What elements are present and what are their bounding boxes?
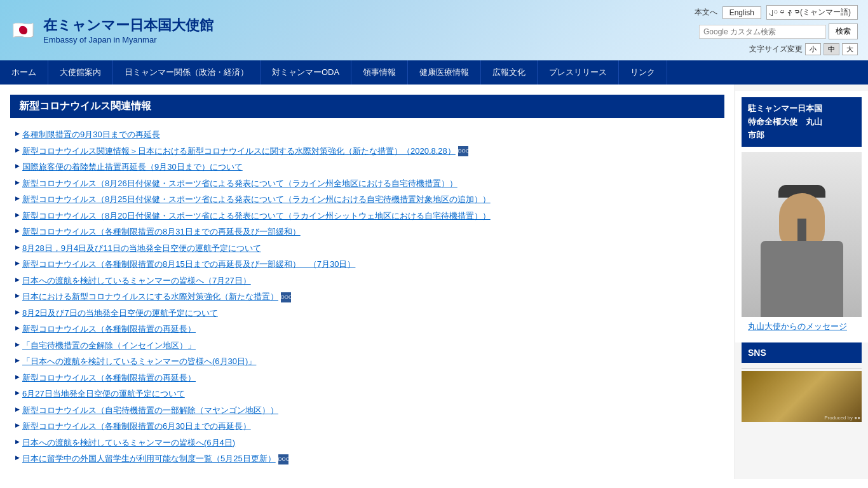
list-item: 新型コロナウイルス（各種制限措置の8月31日までの再延長及び一部緩和）	[15, 226, 719, 238]
sns-thumbnail-watermark: Produced by ●●	[823, 414, 862, 422]
site-title: 在ミャンマー日本国大使館 Embassy of Japan in Myanmar	[43, 16, 214, 44]
nav-item-------[interactable]: 健康医療情報	[408, 60, 481, 85]
article-link-17[interactable]: 新型コロナウイルス（自宅待機措置の一部解除（マヤンゴン地区））	[22, 404, 278, 417]
nav-item----[interactable]: リンク	[619, 60, 667, 85]
header-left: 🇯🇵 在ミャンマー日本国大使館 Embassy of Japan in Myan…	[10, 16, 214, 44]
list-item: 新型コロナウイルス（各種制限措置の再延長）	[15, 323, 719, 336]
article-link-2[interactable]: 国際旅客便の着陸禁止措置再延長（9月30日まで）について	[22, 161, 243, 173]
myanmar-language-button[interactable]: ျမန္မာ(ミャンマー語)	[766, 5, 858, 20]
article-link-5[interactable]: 新型コロナウイルス（8月20日付保健・スポーツ省による発表について（ラカイン州シ…	[22, 210, 491, 222]
header-right: 本文へ English ျမန္မာ(ミャンマー語) 検索 文字サイズ変更 小 …	[695, 5, 858, 55]
list-item: 新型コロナウイルス（8月25日付保健・スポーツ省による発表について（ラカイン州に…	[15, 193, 719, 206]
list-item: 8月2日及び7日の当地発全日空便の運航予定について	[15, 307, 719, 320]
nav-item--------[interactable]: プレスリリース	[538, 60, 619, 85]
document-icon: DOC	[458, 146, 468, 156]
search-button[interactable]: 検索	[829, 24, 858, 39]
list-item: 新型コロナウイルス（各種制限措置の再延長）	[15, 372, 719, 384]
list-item: 日本への渡航を検討しているミャンマーの皆様へ(6月4日)	[15, 437, 719, 449]
portrait-suit	[761, 241, 843, 317]
sns-thumbnail: Produced by ●●	[742, 371, 862, 422]
article-link-20[interactable]: 日本に留学中の外国人留学生が利用可能な制度一覧（5月25日更新）DOC	[22, 452, 288, 465]
article-link-4[interactable]: 新型コロナウイルス（8月25日付保健・スポーツ省による発表について（ラカイン州に…	[22, 193, 491, 206]
ambassador-section: 駐ミャンマー日本国特命全権大使 丸山市郎 丸山大使からのメッセージ	[735, 91, 868, 342]
article-link-14[interactable]: 「日本への渡航を検討しているミャンマーの皆様へ(6月30日)」	[22, 355, 256, 368]
article-link-8[interactable]: 新型コロナウイルス（各種制限措置の8月15日までの再延長及び一部緩和） （7月3…	[22, 258, 355, 271]
article-link-7[interactable]: 8月28日，9月4日及び11日の当地発全日空便の運航予定について	[22, 242, 261, 255]
list-item: 新型コロナウイルス（各種制限措置の6月30日までの再延長）	[15, 420, 719, 433]
japan-flag-icon: 🇯🇵	[10, 18, 36, 43]
list-item: 日本への渡航を検討しているミャンマーの皆様へ（7月27日）	[15, 274, 719, 287]
links-list: 各種制限措置の9月30日までの再延長新型コロナウイルス関連情報＞日本における新型…	[10, 128, 724, 465]
font-size-large-button[interactable]: 大	[842, 43, 858, 55]
article-link-10[interactable]: 日本における新型コロナウイルスにする水際対策強化（新たな措置）DOC	[22, 290, 291, 303]
article-link-12[interactable]: 新型コロナウイルス（各種制限措置の再延長）	[22, 323, 196, 336]
ambassador-photo	[742, 152, 862, 317]
sidebar: 駐ミャンマー日本国特命全権大使 丸山市郎 丸山大使からのメッセージ SNS Pr…	[735, 85, 868, 479]
site-title-english: Embassy of Japan in Myanmar	[43, 35, 214, 44]
list-item: 新型コロナウイルス（各種制限措置の8月15日までの再延長及び一部緩和） （7月3…	[15, 258, 719, 271]
list-item: 8月28日，9月4日及び11日の当地発全日空便の運航予定について	[15, 242, 719, 255]
list-item: 日本における新型コロナウイルスにする水際対策強化（新たな措置）DOC	[15, 290, 719, 303]
sns-title: SNS	[742, 342, 862, 363]
list-item: 国際旅客便の着陸禁止措置再延長（9月30日まで）について	[15, 161, 719, 173]
article-link-11[interactable]: 8月2日及び7日の当地発全日空便の運航予定について	[22, 307, 218, 320]
search-row: 検索	[699, 24, 858, 39]
site-title-japanese: 在ミャンマー日本国大使館	[43, 16, 214, 35]
nav-item-----[interactable]: 領事情報	[351, 60, 408, 85]
content-area: 新型コロナウイルス関連情報 各種制限措置の9月30日までの再延長新型コロナウイル…	[0, 85, 735, 479]
nav-item----[interactable]: ホーム	[0, 60, 48, 85]
article-link-0[interactable]: 各種制限措置の9月30日までの再延長	[22, 128, 160, 141]
ambassador-title: 駐ミャンマー日本国特命全権大使 丸山市郎	[742, 97, 862, 147]
document-icon: DOC	[278, 454, 288, 464]
article-link-16[interactable]: 6月27日当地発全日空便の運航予定について	[22, 388, 185, 400]
article-link-19[interactable]: 日本への渡航を検討しているミャンマーの皆様へ(6月4日)	[22, 437, 235, 449]
english-language-button[interactable]: English	[722, 6, 761, 19]
sns-section: SNS Produced by ●●	[735, 342, 868, 422]
article-link-9[interactable]: 日本への渡航を検討しているミャンマーの皆様へ（7月27日）	[22, 274, 251, 287]
font-size-medium-button[interactable]: 中	[824, 43, 839, 55]
article-link-3[interactable]: 新型コロナウイルス（8月26日付保健・スポーツ省による発表について（ラカイン州全…	[22, 177, 458, 190]
main-navigation: ホーム大使館案内日ミャンマー関係（政治・経済）対ミャンマーODA領事情報健康医療…	[0, 60, 868, 85]
honbun-link[interactable]: 本文へ	[695, 7, 717, 18]
font-size-small-button[interactable]: 小	[805, 43, 821, 55]
header: 🇯🇵 在ミャンマー日本国大使館 Embassy of Japan in Myan…	[0, 0, 868, 60]
list-item: 新型コロナウイルス（8月20日付保健・スポーツ省による発表について（ラカイン州シ…	[15, 210, 719, 222]
nav-item-------ODA[interactable]: 対ミャンマーODA	[261, 60, 351, 85]
nav-item----------------[interactable]: 日ミャンマー関係（政治・経済）	[113, 60, 261, 85]
font-size-row: 文字サイズ変更 小 中 大	[749, 43, 858, 55]
font-size-label: 文字サイズ変更	[749, 44, 803, 55]
list-item: 各種制限措置の9月30日までの再延長	[15, 128, 719, 141]
article-link-15[interactable]: 新型コロナウイルス（各種制限措置の再延長）	[22, 372, 196, 384]
article-link-18[interactable]: 新型コロナウイルス（各種制限措置の6月30日までの再延長）	[22, 420, 251, 433]
nav-item-----[interactable]: 広報文化	[481, 60, 538, 85]
main-layout: 新型コロナウイルス関連情報 各種制限措置の9月30日までの再延長新型コロナウイル…	[0, 85, 868, 479]
section-title: 新型コロナウイルス関連情報	[10, 95, 724, 118]
list-item: 新型コロナウイルス（自宅待機措置の一部解除（マヤンゴン地区））	[15, 404, 719, 417]
nav-item------[interactable]: 大使館案内	[48, 60, 113, 85]
list-item: 「自宅待機措置の全解除（インセイン地区）」	[15, 339, 719, 352]
search-input[interactable]	[699, 25, 826, 39]
document-icon: DOC	[281, 292, 291, 302]
article-link-6[interactable]: 新型コロナウイルス（各種制限措置の8月31日までの再延長及び一部緩和）	[22, 226, 301, 238]
list-item: 新型コロナウイルス（8月26日付保健・スポーツ省による発表について（ラカイン州全…	[15, 177, 719, 190]
article-link-1[interactable]: 新型コロナウイルス関連情報＞日本における新型コロナウイルスに関する水際対策強化（…	[22, 145, 468, 158]
list-item: 「日本への渡航を検討しているミャンマーの皆様へ(6月30日)」	[15, 355, 719, 368]
sns-divider	[742, 368, 862, 369]
article-link-13[interactable]: 「自宅待機措置の全解除（インセイン地区）」	[22, 339, 196, 352]
list-item: 新型コロナウイルス関連情報＞日本における新型コロナウイルスに関する水際対策強化（…	[15, 145, 719, 158]
language-row: 本文へ English ျမန္မာ(ミャンマー語)	[695, 5, 858, 20]
list-item: 6月27日当地発全日空便の運航予定について	[15, 388, 719, 400]
list-item: 日本に留学中の外国人留学生が利用可能な制度一覧（5月25日更新）DOC	[15, 452, 719, 465]
ambassador-message-link[interactable]: 丸山大使からのメッセージ	[742, 317, 862, 336]
